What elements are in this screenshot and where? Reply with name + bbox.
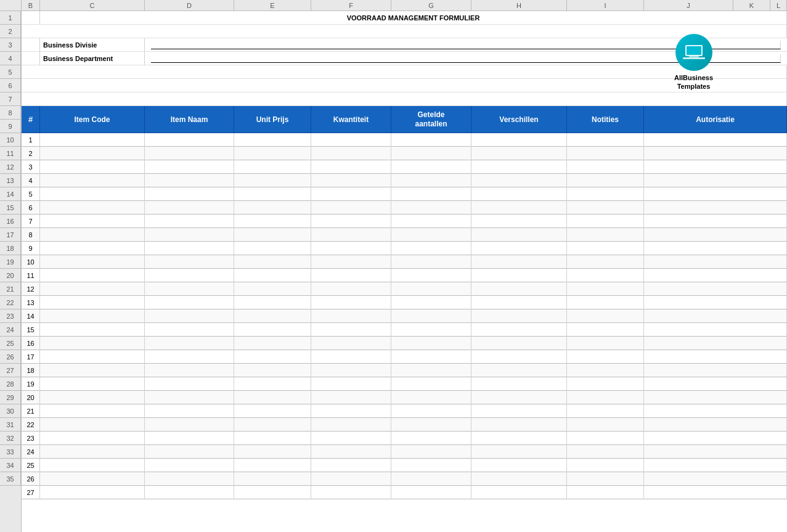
cell-1-col2[interactable] [145,133,234,147]
cell-17-col8[interactable] [644,350,787,364]
cell-11-col2[interactable] [145,269,234,282]
cell-10-col2[interactable] [145,255,234,269]
cell-row5[interactable] [22,65,787,79]
cell-21-col2[interactable] [145,404,234,418]
cell-27-col4[interactable] [311,486,391,499]
cell-4-col5[interactable] [391,174,471,187]
cell-17-col4[interactable] [311,350,391,364]
cell-14-col0[interactable]: 14 [22,309,40,323]
cell-2-col1[interactable] [40,147,145,160]
cell-16-col2[interactable] [145,337,234,350]
cell-13-col8[interactable] [644,296,787,309]
cell-24-col6[interactable] [471,445,567,459]
cell-3-col3[interactable] [234,160,311,174]
cell-11-col4[interactable] [311,269,391,282]
cell-8-col2[interactable] [145,228,234,242]
cell-22-col6[interactable] [471,418,567,432]
cell-14-col5[interactable] [391,309,471,323]
cell-15-col2[interactable] [145,323,234,337]
cell-5-col7[interactable] [567,187,644,201]
cell-title[interactable]: VOORRAAD MANAGEMENT FORMULIER [40,11,787,25]
cell-11-col6[interactable] [471,269,567,282]
cell-8-col4[interactable] [311,228,391,242]
cell-25-col6[interactable] [471,459,567,472]
cell-17-col5[interactable] [391,350,471,364]
cell-8-col0[interactable]: 8 [22,228,40,242]
cell-4-col8[interactable] [644,174,787,187]
cell-23-col3[interactable] [234,432,311,445]
cell-2-col0[interactable]: 2 [22,147,40,160]
cell-9-col6[interactable] [471,242,567,255]
cell-7-col4[interactable] [311,215,391,228]
cell-25-col4[interactable] [311,459,391,472]
cell-row2[interactable] [22,25,787,38]
cell-8-col6[interactable] [471,228,567,242]
cell-15-col8[interactable] [644,323,787,337]
cell-14-col4[interactable] [311,309,391,323]
cell-7-col2[interactable] [145,215,234,228]
cell-6-col4[interactable] [311,201,391,215]
cell-14-col6[interactable] [471,309,567,323]
cell-4-col3[interactable] [234,174,311,187]
cell-18-col6[interactable] [471,364,567,377]
cell-27-col2[interactable] [145,486,234,499]
cell-13-col4[interactable] [311,296,391,309]
cell-19-col4[interactable] [311,377,391,391]
cell-20-col8[interactable] [644,391,787,404]
cell-20-col0[interactable]: 20 [22,391,40,404]
cell-6-col8[interactable] [644,201,787,215]
cell-12-col5[interactable] [391,282,471,296]
cell-2-col8[interactable] [644,147,787,160]
cell-15-col7[interactable] [567,323,644,337]
cell-27-col8[interactable] [644,486,787,499]
cell-24-col7[interactable] [567,445,644,459]
cell-1-col3[interactable] [234,133,311,147]
cell-10-col0[interactable]: 10 [22,255,40,269]
cell-6-col0[interactable]: 6 [22,201,40,215]
cell-9-col3[interactable] [234,242,311,255]
cell-27-col6[interactable] [471,486,567,499]
cell-b1[interactable] [22,11,40,25]
cell-26-col3[interactable] [234,472,311,486]
cell-12-col2[interactable] [145,282,234,296]
cell-15-col1[interactable] [40,323,145,337]
cell-7-col5[interactable] [391,215,471,228]
cell-4-col0[interactable]: 4 [22,174,40,187]
cell-21-col0[interactable]: 21 [22,404,40,418]
cell-16-col5[interactable] [391,337,471,350]
cell-19-col3[interactable] [234,377,311,391]
cell-row7[interactable] [22,92,787,106]
cell-9-col8[interactable] [644,242,787,255]
cell-23-col1[interactable] [40,432,145,445]
cell-20-col2[interactable] [145,391,234,404]
cell-7-col0[interactable]: 7 [22,215,40,228]
cell-19-col5[interactable] [391,377,471,391]
cell-b3[interactable] [22,38,40,52]
cell-5-col1[interactable] [40,187,145,201]
cell-8-col1[interactable] [40,228,145,242]
cell-10-col3[interactable] [234,255,311,269]
cell-19-col6[interactable] [471,377,567,391]
cell-b4[interactable] [22,52,40,65]
cell-5-col0[interactable]: 5 [22,187,40,201]
cell-18-col8[interactable] [644,364,787,377]
cell-18-col0[interactable]: 18 [22,364,40,377]
cell-24-col5[interactable] [391,445,471,459]
cell-11-col5[interactable] [391,269,471,282]
cell-22-col2[interactable] [145,418,234,432]
cell-18-col2[interactable] [145,364,234,377]
cell-25-col7[interactable] [567,459,644,472]
cell-5-col8[interactable] [644,187,787,201]
cell-12-col4[interactable] [311,282,391,296]
cell-17-col3[interactable] [234,350,311,364]
cell-1-col6[interactable] [471,133,567,147]
cell-22-col0[interactable]: 22 [22,418,40,432]
cell-27-col0[interactable]: 27 [22,486,40,499]
cell-11-col0[interactable]: 11 [22,269,40,282]
cell-21-col4[interactable] [311,404,391,418]
cell-25-col0[interactable]: 25 [22,459,40,472]
cell-1-col7[interactable] [567,133,644,147]
cell-9-col2[interactable] [145,242,234,255]
cell-13-col5[interactable] [391,296,471,309]
cell-19-col0[interactable]: 19 [22,377,40,391]
